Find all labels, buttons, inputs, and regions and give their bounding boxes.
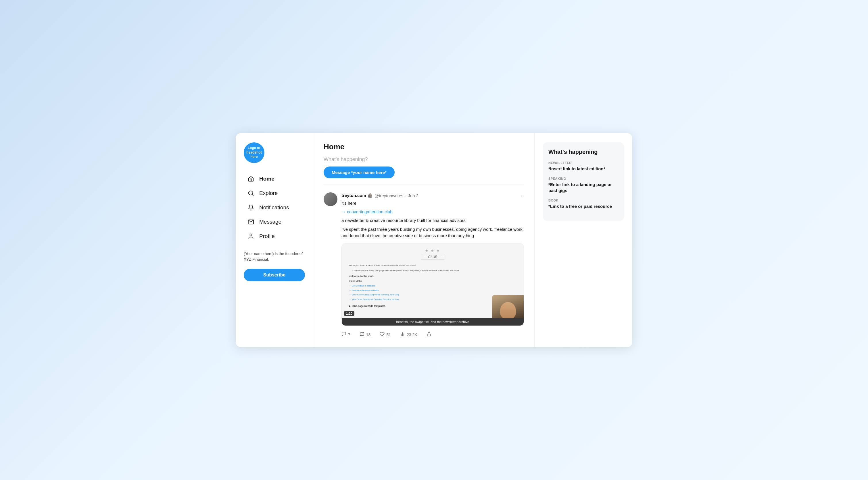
comment-count: 7	[348, 333, 350, 337]
like-count: 51	[386, 333, 391, 337]
heart-icon	[380, 332, 384, 338]
comment-action[interactable]: 7	[341, 332, 350, 338]
compose-placeholder: What's happening?	[323, 157, 524, 163]
app-container: Logo or headshot here Home	[236, 133, 632, 347]
club-video-section: ▶ One-page website templates	[349, 305, 517, 310]
right-panel: What's happening NEWSLETTER *Insert link…	[535, 133, 632, 347]
club-text-block: Below you'll find access & links to all …	[349, 264, 517, 302]
tweet-author-name[interactable]: treyton.com 🪨	[341, 193, 373, 198]
subscribe-button[interactable]: Subscribe	[244, 269, 305, 281]
compose-area: What's happening? Message *your name her…	[323, 157, 524, 178]
logo-circle[interactable]: Logo or headshot here	[244, 142, 265, 163]
search-icon	[247, 190, 255, 197]
club-bullet1: 5-minute website audit, one-page website…	[352, 269, 517, 272]
message-icon	[247, 218, 255, 226]
retweet-icon	[360, 332, 365, 338]
video-badge: 1:20	[344, 311, 354, 316]
tweet-image-inner: ⚜ ⚜ ⚜ — CLUB — Below you'll find access …	[342, 243, 524, 318]
tweet-body: treyton.com 🪨 @treytonwrites · Jun 2 ···…	[341, 192, 524, 338]
club-quick-links: Quick Links	[349, 279, 517, 283]
club-intro: Below you'll find access & links to all …	[349, 264, 517, 268]
video-thumbnail	[492, 295, 524, 318]
sidebar-nav: Home Explore	[244, 172, 305, 243]
club-logo-symbol: ⚜ ⚜ ⚜	[425, 249, 440, 253]
sidebar: Logo or headshot here Home	[236, 133, 313, 347]
club-link3: → View Community Swipe File (coming June…	[349, 293, 517, 297]
like-action[interactable]: 51	[380, 332, 391, 338]
tweet-header: treyton.com 🪨 @treytonwrites · Jun 2 ···	[341, 192, 524, 199]
wh-section-speaking: SPEAKING *Enter link to a landing page o…	[548, 177, 619, 194]
feed-divider	[323, 184, 524, 185]
tweet-description: a newsletter & creative resource library…	[341, 217, 524, 224]
message-label: Message	[259, 219, 281, 225]
tweet-avatar	[323, 192, 337, 206]
wh-newsletter-value[interactable]: *Insert link to latest edition*	[548, 166, 619, 172]
wh-speaking-label: SPEAKING	[548, 177, 619, 180]
club-link4: → View 'Your Fractional Creative Directo…	[349, 298, 517, 302]
sidebar-item-notifications[interactable]: Notifications	[244, 201, 305, 214]
comment-icon	[341, 332, 346, 338]
profile-label: Profile	[259, 233, 275, 239]
tweet-more-button[interactable]: ···	[519, 192, 524, 199]
wh-book-value[interactable]: *Link to a free or paid resource	[548, 203, 619, 209]
club-welcome: welcome to the club.	[349, 274, 517, 278]
whats-happening-card: What's happening NEWSLETTER *Insert link…	[542, 142, 624, 221]
tweet-image-card[interactable]: ⚜ ⚜ ⚜ — CLUB — Below you'll find access …	[341, 243, 524, 326]
sidebar-item-message[interactable]: Message	[244, 215, 305, 229]
whats-happening-title: What's happening	[548, 149, 619, 155]
sidebar-item-explore[interactable]: Explore	[244, 186, 305, 200]
tweet-date: Jun 2	[408, 193, 418, 198]
home-icon	[247, 175, 255, 182]
video-face	[492, 295, 524, 318]
svg-point-3	[250, 234, 252, 236]
wh-newsletter-label: NEWSLETTER	[548, 161, 619, 165]
retweet-action[interactable]: 18	[360, 332, 371, 338]
views-action[interactable]: 23.2K	[400, 332, 417, 338]
avatar-image	[323, 192, 337, 206]
tweet-author-handle: @treytonwrites	[374, 193, 403, 198]
share-icon	[427, 332, 431, 338]
explore-label: Explore	[259, 190, 278, 196]
views-count: 23.2K	[407, 333, 417, 337]
tweet-card: treyton.com 🪨 @treytonwrites · Jun 2 ···…	[323, 191, 524, 338]
wh-speaking-value[interactable]: *Enter link to a landing page or past gi…	[548, 181, 619, 194]
notifications-label: Notifications	[259, 204, 289, 211]
bell-icon	[247, 204, 255, 211]
tweet-link[interactable]: → convertingattention.club	[341, 209, 393, 214]
wh-section-book: BOOK *Link to a free or paid resource	[548, 199, 619, 209]
tweet-text-line1: it's here	[341, 200, 524, 207]
wh-book-label: BOOK	[548, 199, 619, 202]
club-title: — CLUB —	[421, 254, 444, 260]
profile-icon	[247, 233, 255, 240]
club-link2: → Premium Member Benefits	[349, 289, 517, 293]
club-link1: → Get Creative Feedback	[349, 284, 517, 288]
bar-chart-icon	[400, 332, 405, 338]
tweet-date-separator: ·	[405, 193, 406, 198]
retweet-count: 18	[366, 333, 371, 337]
sidebar-item-home[interactable]: Home	[244, 172, 305, 185]
tweet-bio: i've spent the past three years building…	[341, 226, 524, 239]
message-cta-button[interactable]: Message *your name here*	[323, 167, 395, 178]
club-logo-area: ⚜ ⚜ ⚜ — CLUB —	[421, 249, 444, 261]
home-label: Home	[259, 176, 275, 182]
share-action[interactable]	[427, 332, 431, 338]
sidebar-item-profile[interactable]: Profile	[244, 230, 305, 243]
svg-line-1	[252, 194, 253, 196]
main-feed: Home What's happening? Message *your nam…	[313, 133, 535, 347]
sidebar-bio: (Your name here) is the founder of XYZ F…	[244, 251, 305, 263]
tweet-author-info: treyton.com 🪨 @treytonwrites · Jun 2	[341, 193, 418, 198]
tweet-actions: 7 18	[341, 330, 524, 338]
video-face-shape	[500, 302, 516, 318]
wh-section-newsletter: NEWSLETTER *Insert link to latest editio…	[548, 161, 619, 172]
page-title: Home	[323, 142, 524, 151]
caption-bar: benefits, the swipe file, and the newsle…	[342, 318, 524, 325]
